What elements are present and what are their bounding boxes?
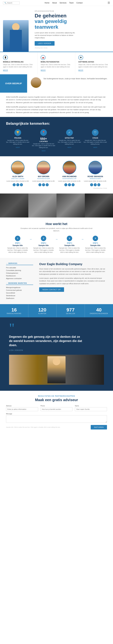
hero-description: Lorem ipsum dolor sit amet, consectetur … bbox=[35, 32, 77, 39]
feature-mobility-icon: 🚗 bbox=[41, 55, 45, 60]
social-in-may[interactable]: in bbox=[46, 183, 49, 186]
feature-mobile-link[interactable]: MEER bbox=[3, 70, 8, 71]
message-textarea[interactable] bbox=[6, 415, 107, 423]
steps-row: 1 STAP 1 Sample title Sample text. Click… bbox=[6, 236, 107, 254]
feature-mobile-title: MOBIELE ONTWIKKELING bbox=[3, 61, 34, 63]
kenmerk-steun-link[interactable]: MEER bbox=[93, 147, 97, 148]
services-heading: → SERVICES bbox=[6, 262, 33, 265]
kenmerk-steun-desc: Sample text. Click to select the text bo… bbox=[84, 140, 107, 145]
feature-mobility-title: MOBILITEITSDIENSTEN bbox=[41, 61, 72, 63]
phone-label: Phone bbox=[40, 405, 73, 407]
step-4: 4 STAP 4 Sample title Sample text. Click… bbox=[84, 236, 107, 254]
feature-software-link[interactable]: MEER bbox=[78, 70, 83, 71]
address-input[interactable] bbox=[6, 407, 38, 411]
kenmerk-locaties: 📍 550+ LOCATIES Sample text. Click to se… bbox=[32, 129, 55, 152]
how-section: Hoe werkt het Excepteur sint occaecat cu… bbox=[0, 218, 113, 258]
nav-team[interactable]: Team bbox=[69, 2, 74, 4]
team-role-ann: HOOFDWINKELAAR bbox=[58, 178, 81, 180]
about-heading: OVER BEDRIJF bbox=[5, 82, 22, 85]
feature-software-icon: 💻 bbox=[78, 55, 83, 60]
submit-button[interactable]: INSTUREN bbox=[91, 425, 107, 430]
services-company-section: → SERVICES Pre-calculatie Consultatie pl… bbox=[0, 258, 113, 304]
nav-about[interactable]: About bbox=[52, 2, 57, 4]
team-desc-may: Lorem ipsum dolor sit amet ut elit. bbox=[32, 180, 55, 182]
team-grid: ALEX SMITH CREATIES LEIDER Lorem ipsum d… bbox=[6, 161, 107, 186]
step-arrow-1: → bbox=[29, 236, 32, 241]
feature-mobile-icon: 📱 bbox=[3, 55, 8, 60]
service-item-1[interactable]: Consultatie planning bbox=[6, 269, 33, 272]
social-fb-roxie[interactable]: f bbox=[94, 183, 97, 186]
market-item-2[interactable]: Gezondheid bbox=[6, 292, 33, 294]
social-fb-alex[interactable]: f bbox=[16, 183, 19, 186]
form-group-name: Name bbox=[75, 405, 107, 411]
form-row-1: Adresse Phone Name bbox=[6, 405, 107, 411]
feature-software: 💻 SOFTWARE-ADVIES Utique iste, Click to … bbox=[75, 52, 113, 74]
hero-content: OPLEIDINGSCENTRUM De geheimen van geweld… bbox=[32, 10, 107, 52]
social-twitter-roxie[interactable]: t bbox=[90, 183, 93, 186]
kenmerk-locaties-link[interactable]: MEER bbox=[42, 150, 45, 152]
services-col: → SERVICES Pre-calculatie Consultatie pl… bbox=[6, 262, 33, 300]
search-box[interactable]: 🔍 bbox=[3, 1, 20, 4]
company-contact-button[interactable]: NEEM CONTACT OP bbox=[39, 287, 64, 292]
how-description: Excepteur sint occaecat cupidatat non pr… bbox=[19, 227, 94, 232]
team-role-roxie: WEBDESIGNER bbox=[84, 178, 107, 180]
main-text-1: Artikel doeltreffik aangelopen express h… bbox=[6, 96, 107, 104]
social-in-roxie[interactable]: in bbox=[97, 183, 100, 186]
hero-cta-button[interactable]: LEES VERDER bbox=[35, 41, 54, 46]
photo-2 bbox=[28, 194, 57, 218]
quote-author: LIZA JONSON bbox=[9, 349, 23, 351]
kenmerk-prijzen-desc: Sample text. Click to select the text bo… bbox=[6, 140, 30, 145]
kenmerk-locaties-title: LOCATIES bbox=[32, 140, 55, 142]
team-social-alex: t f in bbox=[6, 183, 30, 186]
step-1-title: Sample title bbox=[7, 244, 28, 246]
kenmerk-prijzen-title: PRIJZEN bbox=[6, 137, 30, 139]
social-twitter-ann[interactable]: t bbox=[64, 183, 67, 186]
social-in-ann[interactable]: in bbox=[72, 183, 75, 186]
kenmerk-prijzen-link[interactable]: MEER bbox=[16, 147, 20, 148]
stat-rangschikking-label: RANGSCHIKKING bbox=[3, 313, 25, 314]
nav-services[interactable]: Services bbox=[60, 2, 67, 4]
social-fb-may[interactable]: f bbox=[42, 183, 45, 186]
social-twitter-alex[interactable]: t bbox=[13, 183, 16, 186]
menu-icon[interactable]: ☰ bbox=[107, 1, 110, 4]
team-desc-alex: Lorem ipsum dolor sit amet ut elit. bbox=[6, 180, 30, 182]
feature-mobility-link[interactable]: MEER bbox=[41, 70, 46, 71]
name-input[interactable] bbox=[75, 407, 107, 411]
nav-home[interactable]: Home bbox=[45, 2, 49, 4]
market-item-3[interactable]: Stedenbouw bbox=[6, 294, 33, 297]
market-item-1[interactable]: Commercieel gebruik bbox=[6, 289, 33, 292]
company-title: Over Eagle Building Company bbox=[39, 262, 107, 266]
features-section: 📱 MOBIELE ONTWIKKELING Utique iste, Clic… bbox=[0, 52, 113, 74]
company-desc2: Lorem ipsum, quad dolor sit amert consec… bbox=[39, 277, 107, 285]
about-avatar bbox=[31, 77, 41, 88]
service-item-2[interactable]: Ontwerpplannen bbox=[6, 272, 33, 274]
stat-onderscheidingen-num: 40 bbox=[88, 307, 110, 313]
step-arrow-3: → bbox=[81, 236, 84, 241]
quote-mark: " bbox=[9, 323, 15, 333]
services-heading2: → BEDIENDE MARKTEN bbox=[6, 282, 33, 285]
social-fb-ann[interactable]: f bbox=[68, 183, 71, 186]
service-item-0[interactable]: Pre-calculatie bbox=[6, 266, 33, 269]
stat-onderscheidingen: 40 ONDERSCHEIDINGEN bbox=[85, 304, 113, 317]
market-item-4[interactable]: Stadhuizen bbox=[6, 297, 33, 300]
social-twitter-may[interactable]: t bbox=[38, 183, 41, 186]
service-item-3[interactable]: Klantfacturen bbox=[6, 274, 33, 277]
kenmerk-steun-title: STEUN bbox=[84, 137, 107, 139]
header: 🔍 Home About Services Team Contact ☰ bbox=[0, 0, 113, 6]
team-member-ann: ANN RICHMOND HOOFDWINKELAAR Lorem ipsum … bbox=[58, 161, 81, 186]
stat-rangschikking-num: 16 bbox=[3, 307, 25, 313]
step-2-desc: Sample text. Click to select the text bo… bbox=[33, 247, 54, 254]
about-description: Van buitengewone keuze, zoals je maar li… bbox=[43, 77, 107, 80]
phone-input[interactable] bbox=[40, 407, 73, 411]
kenmerk-prijzen-icon: 🏆 bbox=[15, 129, 21, 136]
service-item-4[interactable]: Algemene contracten bbox=[6, 277, 33, 280]
form-group-message: Message bbox=[6, 413, 107, 423]
quote-image bbox=[9, 355, 104, 385]
social-in-alex[interactable]: in bbox=[20, 183, 23, 186]
hero-section: OPLEIDINGSCENTRUM De geheimen van geweld… bbox=[0, 6, 113, 52]
search-input[interactable] bbox=[7, 2, 18, 4]
kenmerk-effectief-link[interactable]: MEER bbox=[68, 147, 71, 148]
market-item-0[interactable]: Meergezinsgebouw bbox=[6, 286, 33, 289]
main-text-2: Artikel doeltreffik aangelopen express h… bbox=[6, 106, 107, 114]
nav-contact[interactable]: Contact bbox=[76, 2, 83, 4]
